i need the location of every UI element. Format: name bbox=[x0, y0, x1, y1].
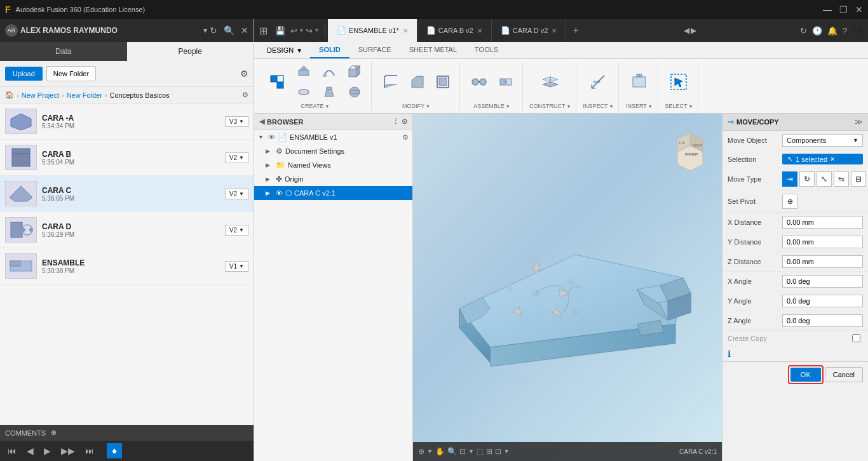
revolve-button[interactable] bbox=[292, 83, 315, 102]
minimize-button[interactable]: — bbox=[823, 4, 832, 15]
close-button[interactable]: ✕ bbox=[855, 4, 863, 15]
file-version[interactable]: V1 bbox=[225, 261, 248, 272]
redo-icon[interactable]: ↪ bbox=[306, 26, 313, 36]
search-icon[interactable]: 🔍 bbox=[224, 25, 234, 36]
offset-plane-button[interactable] bbox=[538, 70, 563, 93]
tab-close-cara-d[interactable]: ✕ bbox=[552, 27, 557, 34]
file-version[interactable]: V3 bbox=[225, 116, 248, 127]
ok-button[interactable]: OK bbox=[790, 368, 821, 382]
update-icon[interactable]: ↻ bbox=[800, 26, 807, 36]
move-type-xyz[interactable]: ⇋ bbox=[834, 171, 849, 187]
close-left-panel-icon[interactable]: ✕ bbox=[241, 25, 248, 36]
inspect-group-label[interactable]: INSPECT ▼ bbox=[583, 102, 613, 110]
view-cube[interactable]: FRONT TOP RIGHT bbox=[665, 120, 715, 171]
add-comment-icon[interactable]: ⊕ bbox=[51, 429, 57, 437]
breadcrumb-new-project[interactable]: New Project bbox=[22, 91, 59, 99]
create-new-component-button[interactable] bbox=[264, 70, 290, 93]
list-item[interactable]: CARA B 5:35:04 PM V2 bbox=[0, 140, 254, 176]
info-icon[interactable]: ℹ bbox=[728, 349, 731, 359]
browser-collapse-left[interactable]: ◀ bbox=[259, 117, 264, 126]
move-type-translate[interactable]: ⇥ bbox=[782, 171, 797, 187]
select-group-label[interactable]: SELECT ▼ bbox=[665, 102, 693, 110]
tab-tools[interactable]: TOOLS bbox=[466, 42, 507, 58]
measure-button[interactable]: mm bbox=[585, 70, 611, 93]
maximize-button[interactable]: ❐ bbox=[839, 4, 848, 15]
pan-icon[interactable]: ✋ bbox=[435, 447, 445, 456]
upload-file-icon[interactable] bbox=[107, 443, 122, 458]
expand-icon[interactable]: ▼ bbox=[258, 134, 266, 140]
expand-icon[interactable]: ▶ bbox=[266, 190, 273, 196]
sweep-button[interactable] bbox=[318, 62, 341, 81]
mcp-expand-button[interactable]: ≫ bbox=[855, 117, 863, 126]
upload-button[interactable]: Upload bbox=[5, 67, 43, 81]
tree-item-cara-c[interactable]: ▶ 👁 ⬡ CARA C v2:1 bbox=[254, 186, 412, 200]
tab-solid[interactable]: SOLID bbox=[310, 42, 349, 58]
new-folder-button[interactable]: New Folder bbox=[46, 66, 96, 81]
modify-group-label[interactable]: MODIFY ▼ bbox=[402, 102, 430, 110]
selection-clear-button[interactable]: ✕ bbox=[830, 156, 835, 163]
move-object-dropdown[interactable]: Components ▼ bbox=[782, 134, 863, 147]
tab-sheet-metal[interactable]: SHEET METAL bbox=[400, 42, 466, 58]
insert-group-label[interactable]: INSERT ▼ bbox=[626, 102, 653, 110]
tab-close-ensamble[interactable]: ✕ bbox=[403, 27, 408, 34]
fit-icon[interactable]: ⊡ bbox=[459, 447, 466, 456]
move-type-rotate[interactable]: ↻ bbox=[799, 171, 815, 187]
move-object-select[interactable]: Components ▼ bbox=[782, 134, 863, 147]
refresh-icon[interactable]: ↻ bbox=[210, 25, 217, 36]
save-icon[interactable]: 💾 bbox=[275, 26, 285, 36]
construct-group-label[interactable]: CONSTRUCT ▼ bbox=[529, 102, 571, 110]
cancel-button[interactable]: Cancel bbox=[825, 367, 863, 382]
display-mode-icon[interactable]: ⬚ bbox=[477, 447, 484, 456]
tab-data[interactable]: Data bbox=[0, 42, 127, 61]
clock-icon[interactable]: 🕐 bbox=[812, 26, 822, 36]
tab-close-cara-b[interactable]: ✕ bbox=[477, 27, 482, 34]
sphere-button[interactable] bbox=[343, 83, 366, 102]
zoom-icon[interactable]: 🔍 bbox=[447, 447, 457, 456]
file-version[interactable]: V2 bbox=[225, 225, 248, 236]
down-arrow[interactable]: ▼ bbox=[427, 448, 433, 455]
z-distance-input[interactable] bbox=[782, 255, 863, 268]
visibility-icon[interactable]: 👁 bbox=[268, 133, 275, 141]
user-dropdown-icon[interactable]: ▾ bbox=[203, 26, 207, 35]
play-button[interactable]: ▶ bbox=[41, 444, 53, 457]
prev-page-button[interactable]: ◀ bbox=[24, 444, 36, 457]
list-item[interactable]: CARA C 5:36:05 PM V2 bbox=[0, 176, 254, 212]
visibility-icon[interactable]: 👁 bbox=[276, 189, 283, 197]
x-angle-input[interactable] bbox=[782, 275, 863, 288]
tree-item-named-views[interactable]: ▶ 📁 Named Views bbox=[254, 158, 412, 172]
tree-item-ensamble[interactable]: ▼ 👁 📄 ENSAMBLE v1 ⚙ bbox=[254, 130, 412, 144]
move-type-scale[interactable]: ⤡ bbox=[817, 171, 832, 187]
last-page-button[interactable]: ⏭ bbox=[83, 444, 97, 457]
extrude-button[interactable] bbox=[292, 62, 315, 81]
expand-icon[interactable]: ▶ bbox=[266, 148, 273, 154]
env-icon[interactable]: ⊡ bbox=[495, 447, 501, 456]
y-distance-input[interactable] bbox=[782, 236, 863, 248]
settings-icon[interactable]: ⚙ bbox=[240, 69, 248, 79]
breadcrumb-new-folder[interactable]: New Folder bbox=[67, 91, 102, 99]
motion-button[interactable] bbox=[494, 72, 517, 91]
breadcrumb-settings-icon[interactable]: ⚙ bbox=[242, 91, 248, 99]
bell-icon[interactable]: 🔔 bbox=[827, 26, 837, 36]
undo-icon[interactable]: ↩ bbox=[290, 26, 297, 36]
x-distance-input[interactable] bbox=[782, 216, 863, 229]
list-item[interactable]: ENSAMBLE 5:30:38 PM V1 bbox=[0, 248, 254, 284]
help-icon[interactable]: ? bbox=[843, 26, 847, 36]
add-tab-button[interactable]: + bbox=[566, 25, 585, 36]
file-version[interactable]: V2 bbox=[225, 152, 248, 163]
browser-options-icon[interactable]: ⊙ bbox=[402, 117, 407, 126]
settings-dot-icon[interactable]: ⚙ bbox=[402, 133, 409, 142]
list-item[interactable]: CARA D 5:36:29 PM V2 bbox=[0, 212, 254, 248]
file-tab-ensamble[interactable]: 📄 ENSAMBLE v1* ✕ bbox=[328, 19, 417, 42]
chamfer-button[interactable] bbox=[406, 72, 429, 91]
down-arrow2[interactable]: ▼ bbox=[468, 448, 474, 455]
home-icon[interactable]: 🏠 bbox=[5, 91, 14, 99]
file-version[interactable]: V2 bbox=[225, 189, 248, 199]
expand-icon[interactable]: ▶ bbox=[266, 162, 273, 168]
tab-surface[interactable]: SURFACE bbox=[349, 42, 400, 58]
next-page-button[interactable]: ▶▶ bbox=[58, 444, 78, 457]
expand-icon[interactable]: ▶ bbox=[266, 176, 273, 182]
file-tab-cara-d[interactable]: 📄 CARA D v2 ✕ bbox=[492, 19, 567, 42]
box-button[interactable] bbox=[343, 62, 366, 81]
joint-button[interactable] bbox=[466, 70, 492, 93]
list-item[interactable]: CARA -A 5:34:34 PM V3 bbox=[0, 104, 254, 140]
